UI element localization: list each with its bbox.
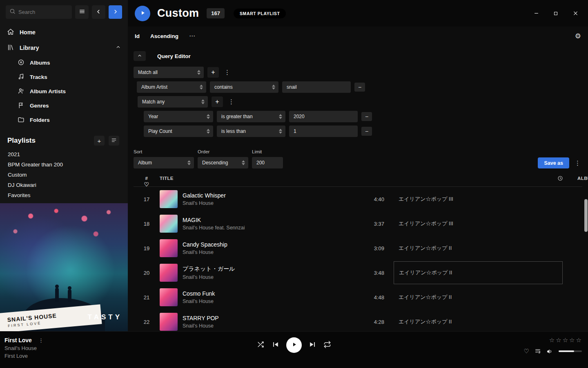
playlist-item[interactable]: BPM Greater than 200	[0, 159, 128, 170]
previous-button[interactable]	[272, 341, 279, 350]
playlist-item[interactable]: DJ Okawari	[0, 180, 128, 190]
collapse-button[interactable]	[134, 51, 146, 61]
column-index[interactable]: #	[134, 176, 160, 181]
add-playlist-button[interactable]: +	[94, 136, 105, 146]
favorite-heart-icon[interactable]: ♡	[144, 181, 149, 188]
sidebar-item-library[interactable]: Library	[0, 40, 128, 56]
match-group-row: Match all + ⋮	[134, 67, 582, 78]
focused-album-cell[interactable]: エイリアン☆ポップ II	[394, 261, 563, 284]
duration-clock-icon[interactable]	[557, 175, 563, 181]
table-row[interactable]: 20 プラネット・ガール Snail's House 3:48 エイリアン☆ポッ…	[134, 260, 582, 285]
select-value: is greater than	[221, 114, 253, 119]
forward-button[interactable]	[109, 5, 122, 19]
table-row[interactable]: 21 Cosmo Funk Snail's House 4:48 エイリアン☆ポ…	[134, 285, 582, 310]
playlist-item[interactable]: 2021	[0, 149, 128, 159]
favorite-heart-icon[interactable]: ♡	[524, 348, 529, 355]
search-box[interactable]	[6, 5, 72, 19]
play-playlist-button[interactable]	[135, 6, 150, 21]
track-album: エイリアン☆ポップ II	[399, 294, 452, 300]
sort-select[interactable]: Album	[134, 157, 194, 168]
scrollbar-thumb[interactable]	[584, 199, 588, 232]
playlists-header: Playlists +	[0, 127, 128, 149]
sidebar-item-folders[interactable]: Folders	[0, 113, 128, 127]
save-as-button[interactable]: Save as	[538, 157, 569, 168]
repeat-button[interactable]	[323, 341, 331, 350]
star-icon[interactable]: ☆	[576, 337, 582, 344]
rule-operator-select[interactable]: is less than	[217, 126, 285, 137]
remove-rule-button[interactable]: −	[354, 83, 365, 92]
playlist-view-button[interactable]	[109, 136, 119, 146]
volume-icon[interactable]	[546, 348, 553, 355]
playlist-item[interactable]: Favorites	[0, 190, 128, 200]
track-count-badge: 167	[207, 8, 225, 18]
column-album[interactable]: ALBUM	[563, 176, 582, 181]
playlist-item[interactable]: Custom	[0, 170, 128, 180]
column-title[interactable]: TITLE	[160, 176, 339, 181]
limit-input[interactable]	[252, 157, 283, 168]
select-value: Album Artist	[141, 84, 167, 90]
now-playing-cover-art[interactable]: SNAIL'S HOUSE FIRST LOVE TASTY	[0, 203, 128, 331]
query-rule-row: Album Artist contains −	[137, 81, 582, 93]
volume-fill	[559, 350, 574, 352]
now-playing-menu-icon[interactable]: ⋮	[37, 337, 45, 343]
query-rule-row: Year is greater than −	[144, 111, 582, 122]
more-options-icon[interactable]: ⋯	[189, 32, 195, 40]
star-icon[interactable]: ☆	[563, 337, 568, 344]
track-number: 22	[134, 319, 160, 325]
rule-value-input[interactable]	[289, 126, 358, 137]
next-button[interactable]	[309, 341, 316, 350]
minimize-button[interactable]	[532, 9, 541, 18]
queue-icon[interactable]	[535, 348, 541, 355]
group-menu-icon[interactable]: ⋮	[223, 69, 232, 76]
sidebar-item-label: Albums	[30, 60, 50, 66]
play-pause-button[interactable]	[286, 337, 302, 353]
remove-rule-button[interactable]: −	[361, 112, 372, 121]
sidebar-item-tracks[interactable]: Tracks	[0, 70, 128, 84]
add-rule-button[interactable]: +	[207, 67, 219, 78]
rule-value-input[interactable]	[289, 111, 358, 122]
match-type-select[interactable]: Match any	[138, 96, 208, 108]
rule-operator-select[interactable]: is greater than	[217, 111, 285, 122]
rule-operator-select[interactable]: contains	[210, 81, 278, 93]
rule-value-input[interactable]	[282, 81, 351, 93]
volume-slider[interactable]	[559, 350, 582, 352]
star-icon[interactable]: ☆	[549, 337, 555, 344]
table-row[interactable]: 22 STARRY POP Snail's House 4:28 エイリアン☆ポ…	[134, 310, 582, 331]
disc-icon	[18, 59, 24, 67]
track-title: MAGIK	[183, 217, 339, 223]
chevron-up-icon[interactable]	[116, 45, 121, 51]
sort-field-button[interactable]: Id	[135, 33, 140, 39]
music-note-icon	[18, 73, 24, 81]
back-button[interactable]	[92, 5, 105, 19]
star-icon[interactable]: ☆	[569, 337, 575, 344]
rule-field-select[interactable]: Album Artist	[137, 81, 206, 93]
maximize-button[interactable]	[551, 9, 560, 18]
sidebar-item-home[interactable]: Home	[0, 25, 128, 40]
shuffle-button[interactable]	[257, 341, 265, 350]
table-row[interactable]: 18 MAGIK Snail's House feat. Sennzai 3:3…	[134, 211, 582, 236]
rule-field-select[interactable]: Play Count	[144, 126, 213, 137]
table-row[interactable]: 19 Candy Spaceship Snail's House 3:09 エイ…	[134, 236, 582, 260]
menu-button[interactable]	[75, 5, 89, 19]
close-button[interactable]	[571, 9, 580, 18]
track-duration: 4:48	[374, 294, 384, 301]
settings-gear-icon[interactable]: ⚙	[575, 32, 581, 40]
sidebar-item-genres[interactable]: Genres	[0, 99, 128, 113]
rule-field-select[interactable]: Year	[144, 111, 213, 122]
track-artist: Snail's House	[183, 200, 339, 206]
star-icon[interactable]: ☆	[556, 337, 561, 344]
match-type-select[interactable]: Match all	[134, 67, 204, 78]
add-rule-button[interactable]: +	[212, 96, 223, 107]
album-art-thumbnail	[160, 264, 178, 282]
order-select[interactable]: Descending	[198, 157, 248, 168]
sort-direction-button[interactable]: Ascending	[150, 33, 178, 39]
sidebar-item-albums[interactable]: Albums	[0, 56, 128, 70]
cover-figure	[68, 289, 71, 302]
group-menu-icon[interactable]: ⋮	[227, 98, 236, 105]
remove-rule-button[interactable]: −	[361, 127, 372, 136]
table-row[interactable]: 17 Galactic Whisper Snail's House 4:40 エ…	[134, 187, 582, 211]
smart-playlist-badge: SMART PLAYLIST	[234, 9, 286, 18]
sidebar-item-album-artists[interactable]: Album Artists	[0, 84, 128, 99]
search-input[interactable]	[18, 9, 68, 15]
save-menu-icon[interactable]: ⋮	[573, 157, 582, 168]
